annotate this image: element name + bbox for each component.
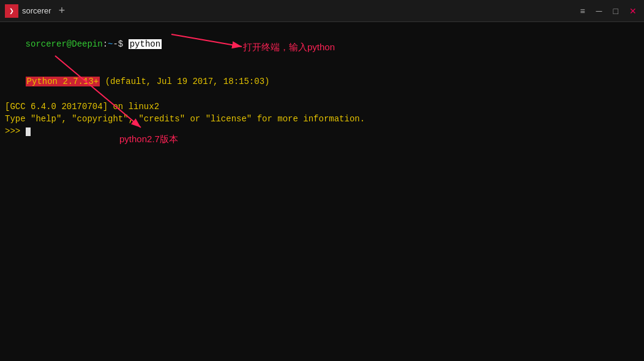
- terminal-icon: ❯: [9, 6, 14, 16]
- tab-icon: ❯: [5, 4, 18, 18]
- tab-label[interactable]: sorcerer: [22, 6, 51, 15]
- maximize-button[interactable]: □: [611, 6, 621, 17]
- cursor: [26, 127, 31, 136]
- minimize-button[interactable]: ─: [594, 6, 605, 17]
- close-button[interactable]: ✕: [627, 6, 639, 17]
- terminal-line-4: Type "help", "copyright", "credits" or "…: [5, 113, 639, 125]
- tab-add-button[interactable]: +: [59, 4, 66, 17]
- version-rest: (default, Jul 19 2017, 18:15:03): [100, 77, 269, 86]
- python-cmd-highlight: python: [129, 39, 162, 49]
- menu-button[interactable]: ≡: [577, 6, 587, 17]
- window-controls: ≡ ─ □ ✕: [577, 6, 639, 17]
- terminal-line-3: [GCC 6.4.0 20170704] on linux2: [5, 101, 639, 113]
- terminal-line-2: Python 2.7.13+ (default, Jul 19 2017, 18…: [5, 63, 639, 101]
- terminal-line-1: sorcerer@Deepin:~-$ python: [5, 26, 639, 63]
- terminal-line-5: >>>: [5, 125, 639, 137]
- titlebar: ❯ sorcerer + ≡ ─ □ ✕: [0, 0, 644, 22]
- prompt-user: sorcerer: [26, 39, 67, 49]
- terminal-body[interactable]: sorcerer@Deepin:~-$ python Python 2.7.13…: [0, 22, 644, 361]
- python-version-highlight: Python 2.7.13+: [26, 77, 100, 86]
